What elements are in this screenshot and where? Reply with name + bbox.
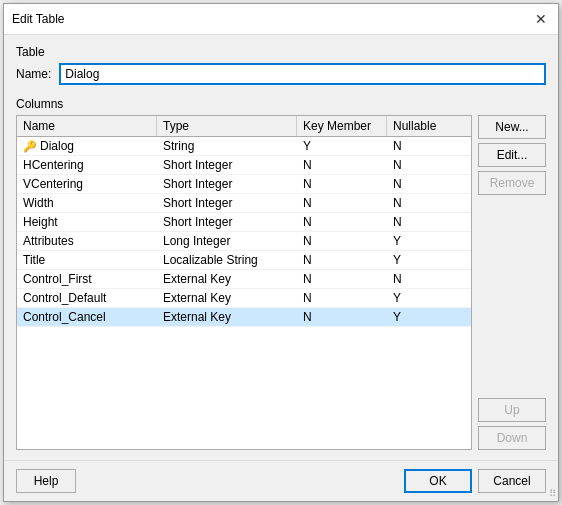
cell-key-member: Y bbox=[297, 137, 387, 155]
cell-type: Localizable String bbox=[157, 251, 297, 269]
edit-table-dialog: Edit Table ✕ Table Name: Columns Name Ty… bbox=[3, 3, 559, 502]
cell-key-member: N bbox=[297, 308, 387, 326]
cell-name: Control_First bbox=[17, 270, 157, 288]
table-row[interactable]: VCenteringShort IntegerNN bbox=[17, 175, 471, 194]
cell-name: Control_Cancel bbox=[17, 308, 157, 326]
cell-type: Short Integer bbox=[157, 213, 297, 231]
title-bar: Edit Table ✕ bbox=[4, 4, 558, 35]
cell-name: VCentering bbox=[17, 175, 157, 193]
cell-key-member: N bbox=[297, 232, 387, 250]
cell-name: Attributes bbox=[17, 232, 157, 250]
table-row[interactable]: 🔑DialogStringYN bbox=[17, 137, 471, 156]
col-header-type: Type bbox=[157, 116, 297, 136]
footer-right: OK Cancel bbox=[404, 469, 546, 493]
table-body: 🔑DialogStringYNHCenteringShort IntegerNN… bbox=[17, 137, 471, 449]
col-header-key: Key Member bbox=[297, 116, 387, 136]
cell-type: Short Integer bbox=[157, 156, 297, 174]
cell-name: Title bbox=[17, 251, 157, 269]
cell-type: Long Integer bbox=[157, 232, 297, 250]
cell-name: 🔑Dialog bbox=[17, 137, 157, 155]
name-label: Name: bbox=[16, 67, 51, 81]
cell-key-member: N bbox=[297, 289, 387, 307]
table-row[interactable]: Control_DefaultExternal KeyNY bbox=[17, 289, 471, 308]
up-button[interactable]: Up bbox=[478, 398, 546, 422]
cell-key-member: N bbox=[297, 270, 387, 288]
dialog-footer: Help OK Cancel bbox=[4, 460, 558, 501]
cell-name: Control_Default bbox=[17, 289, 157, 307]
cell-type: External Key bbox=[157, 308, 297, 326]
cell-nullable: N bbox=[387, 175, 467, 193]
cell-nullable: N bbox=[387, 156, 467, 174]
dialog-title: Edit Table bbox=[12, 12, 64, 26]
cell-nullable: N bbox=[387, 194, 467, 212]
table-row[interactable]: TitleLocalizable StringNY bbox=[17, 251, 471, 270]
cell-type: Short Integer bbox=[157, 194, 297, 212]
cell-key-member: N bbox=[297, 213, 387, 231]
table-row[interactable]: Control_CancelExternal KeyNY bbox=[17, 308, 471, 327]
ok-button[interactable]: OK bbox=[404, 469, 472, 493]
cell-name: HCentering bbox=[17, 156, 157, 174]
resize-handle: ⠿ bbox=[549, 488, 556, 499]
action-buttons-panel: New... Edit... Remove Up Down bbox=[478, 115, 546, 450]
table-row[interactable]: Control_FirstExternal KeyNN bbox=[17, 270, 471, 289]
columns-table: Name Type Key Member Nullable 🔑DialogStr… bbox=[16, 115, 472, 450]
cancel-button[interactable]: Cancel bbox=[478, 469, 546, 493]
down-button[interactable]: Down bbox=[478, 426, 546, 450]
cell-nullable: N bbox=[387, 270, 467, 288]
col-header-nullable: Nullable bbox=[387, 116, 467, 136]
cell-nullable: Y bbox=[387, 232, 467, 250]
columns-section: Columns Name Type Key Member Nullable 🔑D… bbox=[16, 97, 546, 450]
cell-nullable: N bbox=[387, 137, 467, 155]
name-row: Name: bbox=[16, 63, 546, 85]
cell-key-member: N bbox=[297, 251, 387, 269]
columns-label: Columns bbox=[16, 97, 546, 111]
table-row[interactable]: HCenteringShort IntegerNN bbox=[17, 156, 471, 175]
cell-name: Width bbox=[17, 194, 157, 212]
col-header-name: Name bbox=[17, 116, 157, 136]
name-input[interactable] bbox=[59, 63, 546, 85]
cell-key-member: N bbox=[297, 175, 387, 193]
cell-type: External Key bbox=[157, 270, 297, 288]
cell-type: External Key bbox=[157, 289, 297, 307]
cell-type: Short Integer bbox=[157, 175, 297, 193]
cell-nullable: Y bbox=[387, 289, 467, 307]
table-row[interactable]: AttributesLong IntegerNY bbox=[17, 232, 471, 251]
help-button[interactable]: Help bbox=[16, 469, 76, 493]
cell-name: Height bbox=[17, 213, 157, 231]
cell-type: String bbox=[157, 137, 297, 155]
table-header: Name Type Key Member Nullable bbox=[17, 116, 471, 137]
key-icon: 🔑 bbox=[23, 140, 37, 153]
edit-button[interactable]: Edit... bbox=[478, 143, 546, 167]
cell-nullable: Y bbox=[387, 308, 467, 326]
remove-button[interactable]: Remove bbox=[478, 171, 546, 195]
table-row[interactable]: WidthShort IntegerNN bbox=[17, 194, 471, 213]
table-section-label: Table bbox=[16, 45, 546, 59]
cell-key-member: N bbox=[297, 156, 387, 174]
new-button[interactable]: New... bbox=[478, 115, 546, 139]
close-button[interactable]: ✕ bbox=[532, 10, 550, 28]
cell-nullable: Y bbox=[387, 251, 467, 269]
table-row[interactable]: HeightShort IntegerNN bbox=[17, 213, 471, 232]
dialog-content: Table Name: Columns Name Type Key Member… bbox=[4, 35, 558, 460]
cell-key-member: N bbox=[297, 194, 387, 212]
columns-body: Name Type Key Member Nullable 🔑DialogStr… bbox=[16, 115, 546, 450]
cell-nullable: N bbox=[387, 213, 467, 231]
